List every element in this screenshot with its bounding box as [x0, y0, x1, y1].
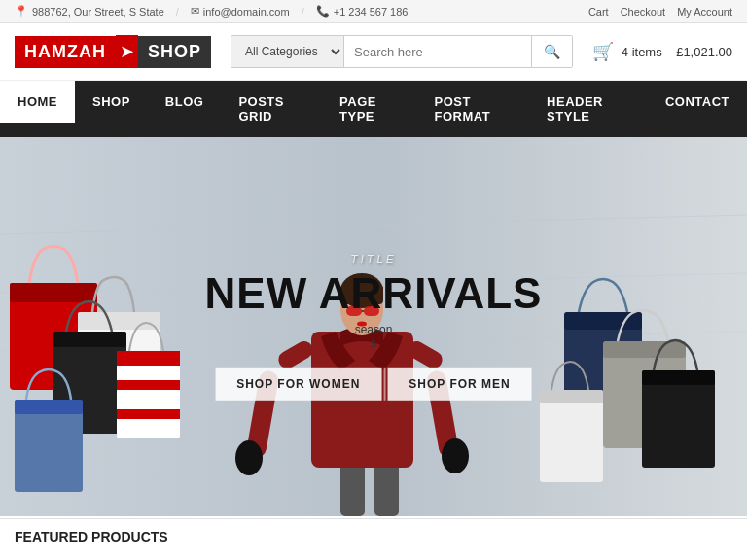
shop-women-button[interactable]: SHOP FOR WOMEN: [215, 368, 381, 401]
nav-item-header-style[interactable]: HEADER STYLE: [529, 81, 648, 137]
phone-icon: 📞: [316, 5, 330, 18]
address-info: 📍 988762, Our Street, S State: [15, 5, 164, 18]
nav-item-shop[interactable]: SHOP: [75, 81, 148, 137]
svg-point-32: [442, 438, 469, 473]
hero-subtitle: TITLE: [205, 253, 543, 266]
nav-item-contact[interactable]: CONTACT: [648, 81, 747, 137]
header: HAMZAH ➤ SHOP All Categories 🔍 🛒 4 items…: [0, 23, 747, 81]
cart-area[interactable]: 🛒 4 items – £1,021.00: [592, 41, 732, 62]
hero-section: TITLE NEW ARRIVALS season s SHOP FOR WOM…: [0, 137, 747, 516]
nav-item-home[interactable]: HOME: [0, 81, 75, 137]
hero-description: season s: [205, 323, 543, 350]
featured-label: FEATURED PRODUCTS: [0, 518, 747, 548]
svg-rect-7: [78, 312, 160, 330]
category-select[interactable]: All Categories: [231, 36, 344, 67]
svg-rect-40: [540, 390, 603, 403]
logo-arrow-icon: ➤: [116, 35, 138, 68]
shop-men-button[interactable]: SHOP FOR MEN: [387, 368, 531, 401]
logo-shop: SHOP: [138, 36, 211, 68]
svg-rect-13: [117, 409, 180, 419]
cart-link[interactable]: Cart: [588, 6, 609, 18]
email-info: ✉ info@domain.com: [191, 5, 290, 18]
search-button[interactable]: 🔍: [531, 36, 572, 67]
svg-rect-38: [642, 370, 715, 385]
svg-rect-12: [117, 380, 180, 390]
myaccount-link[interactable]: My Account: [677, 6, 732, 18]
hero-buttons: SHOP FOR WOMEN SHOP FOR MEN: [205, 368, 543, 401]
top-bar: 📍 988762, Our Street, S State / ✉ info@d…: [0, 0, 747, 23]
svg-rect-9: [53, 332, 126, 347]
location-icon: 📍: [15, 5, 28, 18]
nav-item-page-type[interactable]: PAGE TYPE: [322, 81, 416, 137]
checkout-link[interactable]: Checkout: [621, 6, 665, 18]
hero-title: NEW ARRIVALS: [205, 270, 543, 317]
main-nav: HOME SHOP BLOG POSTS GRID PAGE TYPE POST…: [0, 81, 747, 137]
search-bar: All Categories 🔍: [231, 35, 573, 68]
nav-item-post-format[interactable]: POST FORMAT: [417, 81, 530, 137]
logo-hamzah: HAMZAH: [15, 36, 116, 68]
search-input[interactable]: [344, 37, 531, 67]
svg-rect-5: [10, 283, 97, 302]
nav-item-posts-grid[interactable]: POSTS GRID: [221, 81, 322, 137]
phone-info: 📞 +1 234 567 186: [316, 5, 409, 18]
button-divider: [383, 368, 385, 401]
top-bar-left: 📍 988762, Our Street, S State / ✉ info@d…: [15, 5, 408, 18]
hero-content: TITLE NEW ARRIVALS season s SHOP FOR WOM…: [205, 253, 543, 401]
svg-rect-15: [15, 400, 83, 414]
logo[interactable]: HAMZAH ➤ SHOP: [15, 35, 211, 68]
email-icon: ✉: [191, 5, 199, 18]
svg-rect-39: [540, 390, 603, 482]
nav-list: HOME SHOP BLOG POSTS GRID PAGE TYPE POST…: [0, 81, 747, 137]
search-icon: 🔍: [544, 44, 560, 59]
cart-label: 4 items – £1,021.00: [622, 45, 732, 59]
svg-point-29: [235, 440, 263, 475]
svg-rect-36: [603, 341, 686, 358]
nav-item-blog[interactable]: BLOG: [148, 81, 222, 137]
top-bar-right: Cart Checkout My Account: [588, 6, 732, 18]
svg-rect-11: [117, 351, 180, 366]
cart-icon: 🛒: [592, 41, 614, 62]
